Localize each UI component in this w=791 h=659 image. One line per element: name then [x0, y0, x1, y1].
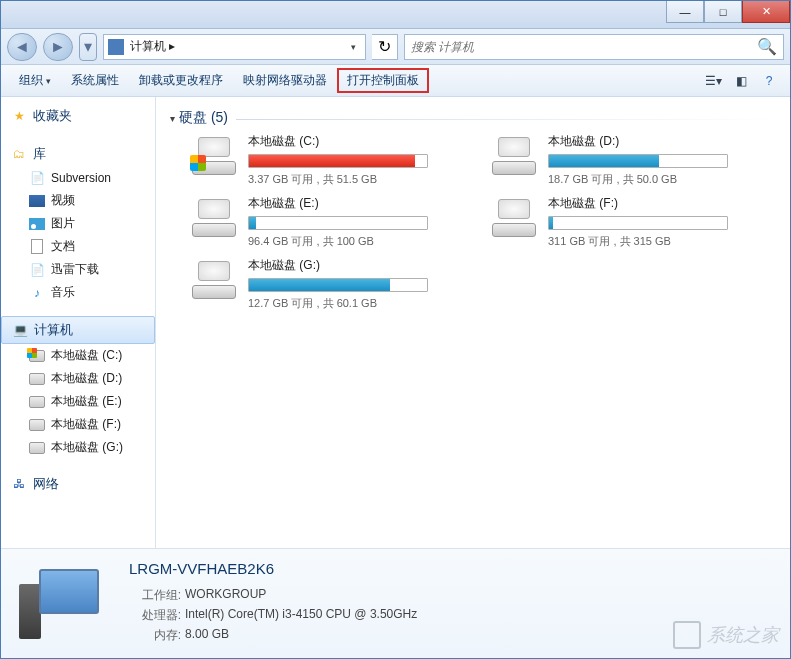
- subversion-icon: 📄: [29, 170, 45, 186]
- drive-icon: [490, 195, 538, 237]
- sidebar-drive-f[interactable]: 本地磁盘 (F:): [1, 413, 155, 436]
- nav-row: ◄ ► ▾ 计算机 ▸ ▾ ↻ 🔍: [1, 29, 790, 65]
- section-divider: [236, 119, 776, 120]
- drive-icon: [190, 133, 238, 175]
- network-icon: 🖧: [11, 476, 27, 492]
- search-input[interactable]: [411, 40, 757, 54]
- drive-name: 本地磁盘 (C:): [248, 133, 460, 150]
- toolbar: 组织 系统属性 卸载或更改程序 映射网络驱动器 打开控制面板 ☰▾ ◧ ?: [1, 65, 790, 97]
- drive-usage-bar: [248, 278, 428, 292]
- maximize-button[interactable]: □: [704, 1, 742, 23]
- uninstall-programs-button[interactable]: 卸载或更改程序: [129, 68, 233, 93]
- body: ★ 收藏夹 🗂 库 📄Subversion 视频 图片 文档 📄迅雷下载 ♪音乐…: [1, 97, 790, 548]
- address-text: 计算机 ▸: [130, 38, 339, 55]
- drive-icon: [190, 257, 238, 299]
- music-icon: ♪: [29, 285, 45, 301]
- drive-item[interactable]: 本地磁盘 (C:)3.37 GB 可用 , 共 51.5 GB: [190, 133, 460, 187]
- drive-name: 本地磁盘 (D:): [548, 133, 760, 150]
- sidebar: ★ 收藏夹 🗂 库 📄Subversion 视频 图片 文档 📄迅雷下载 ♪音乐…: [1, 97, 156, 548]
- organize-menu[interactable]: 组织: [9, 68, 61, 93]
- computer-name: LRGM-VVFHAEB2K6: [129, 560, 417, 577]
- help-button[interactable]: ?: [756, 69, 782, 93]
- content-pane: 硬盘 (5) 本地磁盘 (C:)3.37 GB 可用 , 共 51.5 GB本地…: [156, 97, 790, 548]
- sidebar-item-xunlei[interactable]: 📄迅雷下载: [1, 258, 155, 281]
- sidebar-item-subversion[interactable]: 📄Subversion: [1, 167, 155, 189]
- view-options-button[interactable]: ☰▾: [700, 69, 726, 93]
- drive-icon: [29, 371, 45, 387]
- close-button[interactable]: ✕: [742, 1, 790, 23]
- minimize-button[interactable]: —: [666, 1, 704, 23]
- cpu-label: 处理器:: [129, 607, 181, 624]
- address-bar[interactable]: 计算机 ▸ ▾: [103, 34, 366, 60]
- drive-grid: 本地磁盘 (C:)3.37 GB 可用 , 共 51.5 GB本地磁盘 (D:)…: [170, 133, 776, 311]
- drive-item[interactable]: 本地磁盘 (F:)311 GB 可用 , 共 315 GB: [490, 195, 760, 249]
- forward-button[interactable]: ►: [43, 33, 73, 61]
- system-properties-button[interactable]: 系统属性: [61, 68, 129, 93]
- explorer-window: — □ ✕ ◄ ► ▾ 计算机 ▸ ▾ ↻ 🔍 组织 系统属性 卸载或更改程序 …: [0, 0, 791, 659]
- document-icon: [29, 239, 45, 255]
- history-dropdown[interactable]: ▾: [79, 33, 97, 61]
- drive-item[interactable]: 本地磁盘 (E:)96.4 GB 可用 , 共 100 GB: [190, 195, 460, 249]
- network-group[interactable]: 🖧 网络: [1, 471, 155, 497]
- drive-item[interactable]: 本地磁盘 (G:)12.7 GB 可用 , 共 60.1 GB: [190, 257, 460, 311]
- star-icon: ★: [11, 108, 27, 124]
- open-control-panel-button[interactable]: 打开控制面板: [337, 68, 429, 93]
- drive-icon: [29, 348, 45, 364]
- workgroup-label: 工作组:: [129, 587, 181, 604]
- map-network-drive-button[interactable]: 映射网络驱动器: [233, 68, 337, 93]
- sidebar-drive-c[interactable]: 本地磁盘 (C:): [1, 344, 155, 367]
- memory-value: 8.00 GB: [185, 627, 229, 644]
- drive-name: 本地磁盘 (E:): [248, 195, 460, 212]
- cpu-value: Intel(R) Core(TM) i3-4150 CPU @ 3.50GHz: [185, 607, 417, 624]
- computer-icon: [108, 39, 124, 55]
- titlebar: — □ ✕: [1, 1, 790, 29]
- drive-item[interactable]: 本地磁盘 (D:)18.7 GB 可用 , 共 50.0 GB: [490, 133, 760, 187]
- sidebar-item-music[interactable]: ♪音乐: [1, 281, 155, 304]
- drive-icon: [29, 394, 45, 410]
- drive-name: 本地磁盘 (F:): [548, 195, 760, 212]
- address-dropdown-icon[interactable]: ▾: [345, 42, 361, 52]
- drive-usage-bar: [548, 216, 728, 230]
- sidebar-item-pictures[interactable]: 图片: [1, 212, 155, 235]
- computer-group[interactable]: 💻 计算机: [1, 316, 155, 344]
- library-group[interactable]: 🗂 库: [1, 141, 155, 167]
- drive-usage-bar: [548, 154, 728, 168]
- drive-icon: [190, 195, 238, 237]
- refresh-button[interactable]: ↻: [372, 34, 398, 60]
- sidebar-item-documents[interactable]: 文档: [1, 235, 155, 258]
- download-icon: 📄: [29, 262, 45, 278]
- drive-status: 18.7 GB 可用 , 共 50.0 GB: [548, 172, 760, 187]
- drive-icon: [29, 417, 45, 433]
- drive-status: 3.37 GB 可用 , 共 51.5 GB: [248, 172, 460, 187]
- sidebar-drive-e[interactable]: 本地磁盘 (E:): [1, 390, 155, 413]
- section-harddrives[interactable]: 硬盘 (5): [170, 105, 228, 133]
- drive-status: 96.4 GB 可用 , 共 100 GB: [248, 234, 460, 249]
- computer-icon: 💻: [12, 322, 28, 338]
- preview-pane-button[interactable]: ◧: [728, 69, 754, 93]
- sidebar-drive-d[interactable]: 本地磁盘 (D:): [1, 367, 155, 390]
- search-box[interactable]: 🔍: [404, 34, 784, 60]
- favorites-group[interactable]: ★ 收藏夹: [1, 103, 155, 129]
- drive-usage-bar: [248, 154, 428, 168]
- sidebar-item-videos[interactable]: 视频: [1, 189, 155, 212]
- drive-icon: [490, 133, 538, 175]
- computer-large-icon: [19, 564, 109, 644]
- drive-status: 12.7 GB 可用 , 共 60.1 GB: [248, 296, 460, 311]
- search-icon: 🔍: [757, 37, 777, 56]
- picture-icon: [29, 216, 45, 232]
- library-icon: 🗂: [11, 146, 27, 162]
- back-button[interactable]: ◄: [7, 33, 37, 61]
- details-pane: LRGM-VVFHAEB2K6 工作组:WORKGROUP 处理器:Intel(…: [1, 548, 790, 658]
- drive-status: 311 GB 可用 , 共 315 GB: [548, 234, 760, 249]
- sidebar-drive-g[interactable]: 本地磁盘 (G:): [1, 436, 155, 459]
- drive-usage-bar: [248, 216, 428, 230]
- memory-label: 内存:: [129, 627, 181, 644]
- video-icon: [29, 193, 45, 209]
- drive-name: 本地磁盘 (G:): [248, 257, 460, 274]
- workgroup-value: WORKGROUP: [185, 587, 266, 604]
- drive-icon: [29, 440, 45, 456]
